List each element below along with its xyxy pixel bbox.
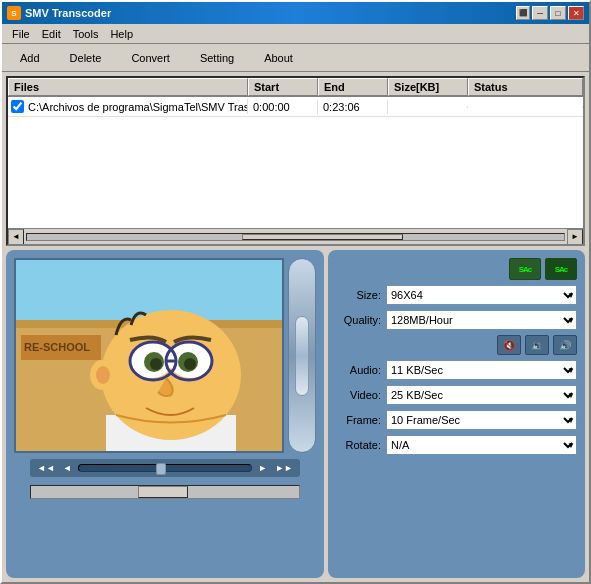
bottom-section: RE-SCHOOL bbox=[6, 250, 585, 578]
content-area: Files Start End Size[KB] Status C:\Archi… bbox=[2, 72, 589, 582]
frame-select-wrapper: 10 Frame/Sec 15 Frame/Sec 20 Frame/Sec 3… bbox=[386, 410, 577, 430]
menu-bar: File Edit Tools Help bbox=[2, 24, 589, 44]
bottom-scrollbar[interactable] bbox=[30, 485, 300, 499]
col-start[interactable]: Start bbox=[248, 78, 318, 96]
volume-up-button[interactable]: 🔊 bbox=[553, 335, 577, 355]
setting-button[interactable]: Setting bbox=[187, 48, 247, 68]
rotate-label: Rotate: bbox=[336, 439, 381, 451]
add-button[interactable]: Add bbox=[7, 48, 53, 68]
menu-edit[interactable]: Edit bbox=[36, 26, 67, 42]
menu-help[interactable]: Help bbox=[104, 26, 139, 42]
quality-label: Quality: bbox=[336, 314, 381, 326]
file-list-header: Files Start End Size[KB] Status bbox=[8, 78, 583, 97]
controls-panel: SAc SAc Size: 96X64 128X96 176X144 320X2… bbox=[328, 250, 585, 578]
audio-select-wrapper: 11 KB/Sec 22 KB/Sec 44 KB/Sec bbox=[386, 360, 577, 380]
scroll-left-button[interactable]: ◄ bbox=[8, 229, 24, 245]
frame-control-row: Frame: 10 Frame/Sec 15 Frame/Sec 20 Fram… bbox=[336, 410, 577, 430]
rotate-select-wrapper: N/A 90 180 270 bbox=[386, 435, 577, 455]
frame-label: Frame: bbox=[336, 414, 381, 426]
video-control-row: Video: 25 KB/Sec 50 KB/Sec 100 KB/Sec bbox=[336, 385, 577, 405]
icon-btn-2[interactable]: SAc bbox=[545, 258, 577, 280]
file-cell-name: C:\Archivos de programa\SigmaTel\SMV Tra… bbox=[8, 99, 248, 114]
prev-frame-button[interactable]: ◄ bbox=[61, 462, 74, 474]
audio-control-row: Audio: 11 KB/Sec 22 KB/Sec 44 KB/Sec bbox=[336, 360, 577, 380]
size-select[interactable]: 96X64 128X96 176X144 320X240 bbox=[386, 285, 577, 305]
file-checkbox[interactable] bbox=[11, 100, 24, 113]
play-button[interactable]: ◄◄ bbox=[35, 462, 57, 474]
svg-point-15 bbox=[150, 358, 162, 370]
title-bar-left: S SMV Transcoder bbox=[7, 6, 111, 20]
progress-bar[interactable] bbox=[78, 464, 253, 472]
size-label: Size: bbox=[336, 289, 381, 301]
video-panel: RE-SCHOOL bbox=[6, 250, 324, 578]
video-display: RE-SCHOOL bbox=[14, 258, 284, 453]
volume-controls: 🔇 🔉 🔊 bbox=[336, 335, 577, 355]
about-button[interactable]: About bbox=[251, 48, 306, 68]
next-frame-button[interactable]: ► bbox=[256, 462, 269, 474]
audio-select[interactable]: 11 KB/Sec 22 KB/Sec 44 KB/Sec bbox=[386, 360, 577, 380]
main-window: S SMV Transcoder ⬛ ─ □ ✕ File Edit Tools… bbox=[0, 0, 591, 584]
video-select[interactable]: 25 KB/Sec 50 KB/Sec 100 KB/Sec bbox=[386, 385, 577, 405]
video-select-wrapper: 25 KB/Sec 50 KB/Sec 100 KB/Sec bbox=[386, 385, 577, 405]
toolbar: Add Delete Convert Setting About bbox=[2, 44, 589, 72]
menu-file[interactable]: File bbox=[6, 26, 36, 42]
svg-text:RE-SCHOOL: RE-SCHOOL bbox=[24, 341, 90, 353]
mute-button[interactable]: 🔇 bbox=[497, 335, 521, 355]
file-list-container: Files Start End Size[KB] Status C:\Archi… bbox=[6, 76, 585, 246]
window-title: SMV Transcoder bbox=[25, 7, 111, 19]
volume-down-button[interactable]: 🔉 bbox=[525, 335, 549, 355]
col-size[interactable]: Size[KB] bbox=[388, 78, 468, 96]
fast-forward-button[interactable]: ►► bbox=[273, 462, 295, 474]
minimize-button[interactable]: ─ bbox=[532, 6, 548, 20]
extra-btn[interactable]: ⬛ bbox=[516, 6, 530, 20]
convert-button[interactable]: Convert bbox=[118, 48, 183, 68]
app-icon: S bbox=[7, 6, 21, 20]
quality-select-wrapper: 128MB/Hour 256MB/Hour 512MB/Hour bbox=[386, 310, 577, 330]
file-cell-size bbox=[388, 106, 468, 108]
rotate-control-row: Rotate: N/A 90 180 270 bbox=[336, 435, 577, 455]
rotate-select[interactable]: N/A 90 180 270 bbox=[386, 435, 577, 455]
close-button[interactable]: ✕ bbox=[568, 6, 584, 20]
video-controls: ◄◄ ◄ ► ►► bbox=[30, 459, 300, 477]
frame-select[interactable]: 10 Frame/Sec 15 Frame/Sec 20 Frame/Sec 3… bbox=[386, 410, 577, 430]
horizontal-scrollbar: ◄ ► bbox=[8, 228, 583, 244]
file-list-body: C:\Archivos de programa\SigmaTel\SMV Tra… bbox=[8, 97, 583, 228]
size-select-wrapper: 96X64 128X96 176X144 320X240 bbox=[386, 285, 577, 305]
bottom-scrollbar-thumb[interactable] bbox=[138, 486, 188, 498]
video-label: Video: bbox=[336, 389, 381, 401]
svg-point-16 bbox=[184, 358, 196, 370]
audio-label: Audio: bbox=[336, 364, 381, 376]
file-cell-status bbox=[468, 106, 583, 108]
col-files[interactable]: Files bbox=[8, 78, 248, 96]
v-scrollbar-thumb[interactable] bbox=[295, 316, 309, 396]
size-control-row: Size: 96X64 128X96 176X144 320X240 bbox=[336, 285, 577, 305]
video-frame: RE-SCHOOL bbox=[16, 260, 284, 453]
scrollbar-track[interactable] bbox=[26, 233, 565, 241]
title-bar-buttons: ⬛ ─ □ ✕ bbox=[516, 6, 584, 20]
maximize-button[interactable]: □ bbox=[550, 6, 566, 20]
menu-tools[interactable]: Tools bbox=[67, 26, 105, 42]
quality-control-row: Quality: 128MB/Hour 256MB/Hour 512MB/Hou… bbox=[336, 310, 577, 330]
file-cell-start: 0:00:00 bbox=[248, 100, 318, 114]
title-bar: S SMV Transcoder ⬛ ─ □ ✕ bbox=[2, 2, 589, 24]
table-row: C:\Archivos de programa\SigmaTel\SMV Tra… bbox=[8, 97, 583, 117]
col-status[interactable]: Status bbox=[468, 78, 583, 96]
col-end[interactable]: End bbox=[318, 78, 388, 96]
scrollbar-thumb[interactable] bbox=[242, 234, 403, 240]
file-cell-end: 0:23:06 bbox=[318, 100, 388, 114]
icon-buttons-row: SAc SAc bbox=[336, 258, 577, 280]
quality-select[interactable]: 128MB/Hour 256MB/Hour 512MB/Hour bbox=[386, 310, 577, 330]
delete-button[interactable]: Delete bbox=[57, 48, 115, 68]
file-name: C:\Archivos de programa\SigmaTel\SMV Tra… bbox=[28, 101, 248, 113]
svg-point-8 bbox=[101, 310, 241, 440]
svg-point-10 bbox=[96, 366, 110, 384]
scroll-right-button[interactable]: ► bbox=[567, 229, 583, 245]
progress-thumb[interactable] bbox=[156, 463, 166, 475]
icon-btn-1[interactable]: SAc bbox=[509, 258, 541, 280]
vertical-scrollbar[interactable] bbox=[288, 258, 316, 453]
